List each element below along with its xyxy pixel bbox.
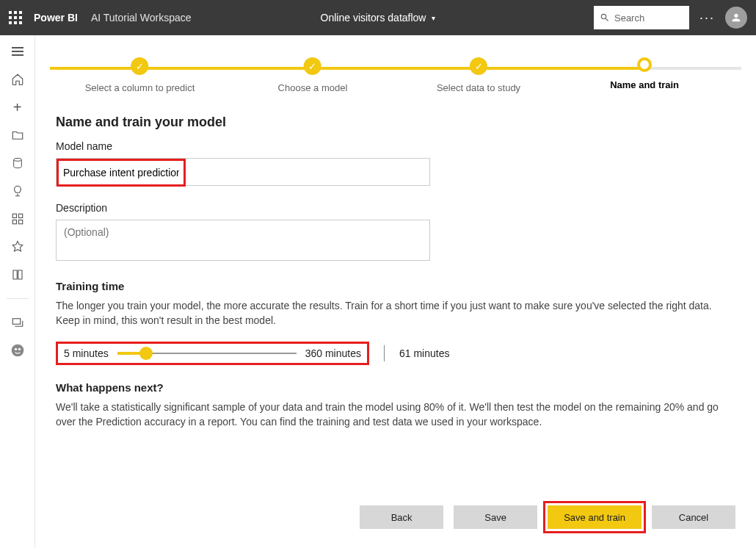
step-select-column[interactable]: ✓ Select a column to predict xyxy=(85,57,195,93)
step-label: Select a column to predict xyxy=(85,82,195,93)
training-time-row: 5 minutes 360 minutes 61 minutes xyxy=(56,342,735,365)
slider-min-label: 5 minutes xyxy=(64,347,109,359)
slider-thumb[interactable] xyxy=(139,347,153,360)
nav-divider xyxy=(7,298,29,299)
dataflow-name: Online visitors dataflow xyxy=(321,12,426,24)
svg-point-7 xyxy=(14,348,16,350)
step-select-data[interactable]: ✓ Select data to study xyxy=(437,57,520,93)
model-name-field-wrap[interactable] xyxy=(56,158,430,186)
more-options-icon[interactable]: ··· xyxy=(699,10,715,26)
nav-browse-icon[interactable] xyxy=(10,128,25,143)
page-heading: Name and train your model xyxy=(56,115,735,130)
nav-menu-icon[interactable] xyxy=(10,44,25,59)
vertical-divider xyxy=(384,345,385,361)
slider-value-label: 61 minutes xyxy=(399,347,449,359)
step-label: Name and train xyxy=(610,79,679,90)
svg-point-0 xyxy=(13,158,21,161)
nav-learn-icon[interactable] xyxy=(10,267,25,282)
svg-rect-5 xyxy=(12,319,21,325)
nav-deployment-icon[interactable] xyxy=(10,239,25,254)
current-step-icon xyxy=(637,57,652,72)
save-button[interactable]: Save xyxy=(454,505,537,529)
nav-home-icon[interactable] xyxy=(10,72,25,87)
back-button[interactable]: Back xyxy=(360,505,443,529)
what-happens-body: We'll take a statistically significant s… xyxy=(56,400,735,430)
app-launcher-icon[interactable] xyxy=(9,11,22,24)
svg-point-6 xyxy=(11,345,23,357)
brand-label: Power BI xyxy=(34,12,78,24)
top-header: Power BI AI Tutorial Workspace Online vi… xyxy=(0,0,756,35)
what-happens-heading: What happens next? xyxy=(56,381,735,394)
slider-max-label: 360 minutes xyxy=(305,347,361,359)
svg-point-8 xyxy=(18,348,20,350)
training-time-description: The longer you train your model, the mor… xyxy=(56,298,735,328)
description-textarea[interactable] xyxy=(56,220,430,261)
model-name-label: Model name xyxy=(56,140,735,152)
save-and-train-button[interactable]: Save and train xyxy=(548,505,641,529)
cancel-button[interactable]: Cancel xyxy=(652,505,735,529)
checkmark-icon: ✓ xyxy=(304,57,321,75)
wizard-stepper: ✓ Select a column to predict ✓ Choose a … xyxy=(50,57,741,94)
model-name-input[interactable] xyxy=(59,161,183,184)
training-time-heading: Training time xyxy=(56,280,735,292)
training-time-slider[interactable] xyxy=(117,348,297,358)
description-label: Description xyxy=(56,202,735,214)
search-placeholder: Search xyxy=(614,12,644,24)
nav-apps-icon[interactable] xyxy=(10,212,25,226)
nav-metrics-icon[interactable] xyxy=(10,184,25,198)
training-slider-group: 5 minutes 360 minutes xyxy=(56,342,369,365)
user-icon xyxy=(730,12,742,24)
checkmark-icon: ✓ xyxy=(470,57,487,75)
nav-data-hub-icon[interactable] xyxy=(10,156,25,170)
nav-create-icon[interactable] xyxy=(10,100,25,115)
chevron-down-icon: ▾ xyxy=(432,14,435,22)
svg-rect-1 xyxy=(12,214,16,217)
step-label: Select data to study xyxy=(437,82,520,93)
nav-workspaces-icon[interactable] xyxy=(10,315,25,330)
dataflow-dropdown[interactable]: Online visitors dataflow ▾ xyxy=(321,12,436,24)
checkmark-icon: ✓ xyxy=(131,57,148,75)
content-area: ✓ Select a column to predict ✓ Choose a … xyxy=(35,35,756,548)
workspace-name[interactable]: AI Tutorial Workspace xyxy=(91,12,192,24)
svg-rect-4 xyxy=(18,220,22,224)
step-label: Choose a model xyxy=(278,82,348,93)
search-icon xyxy=(600,12,610,23)
step-name-and-train: Name and train xyxy=(610,57,679,90)
svg-rect-3 xyxy=(12,220,16,224)
nav-current-workspace-icon[interactable] xyxy=(10,343,25,358)
left-nav-rail xyxy=(0,35,35,548)
step-choose-model[interactable]: ✓ Choose a model xyxy=(278,57,348,93)
search-input[interactable]: Search xyxy=(594,6,689,29)
user-avatar[interactable] xyxy=(725,7,747,29)
wizard-footer-buttons: Back Save Save and train Cancel xyxy=(360,505,735,529)
svg-rect-2 xyxy=(18,214,22,217)
